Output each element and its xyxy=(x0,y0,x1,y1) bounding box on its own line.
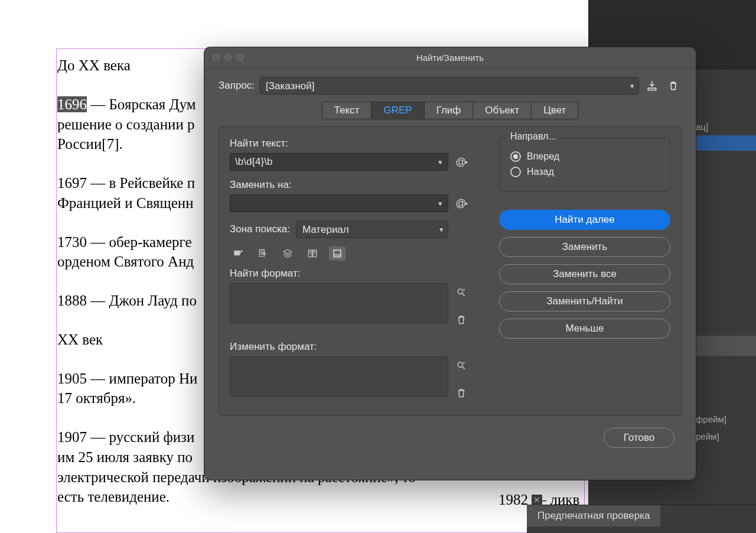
radio-label: Вперед xyxy=(527,151,559,162)
dialog-footer: Готово xyxy=(204,425,696,448)
query-select[interactable]: [Заказной] xyxy=(259,77,639,95)
delete-query-icon[interactable] xyxy=(665,77,682,94)
tab-glyph[interactable]: Глиф xyxy=(425,102,474,119)
find-special-char-menu[interactable]: @▸ xyxy=(454,154,470,170)
find-label: Найти текст: xyxy=(230,138,485,150)
svg-point-2 xyxy=(458,362,462,367)
change-all-button[interactable]: Заменить все xyxy=(499,264,670,284)
clear-find-format-icon[interactable] xyxy=(453,311,470,328)
direction-group: Направл... Вперед Назад xyxy=(499,138,670,192)
right-column: Направл... Вперед Назад Найти далее Заме… xyxy=(499,138,670,401)
sidebar-item[interactable]: рейм] xyxy=(691,428,756,445)
direction-legend: Направл... xyxy=(507,131,560,142)
direction-backward-radio[interactable]: Назад xyxy=(510,167,659,177)
locked-layers-toggle-icon[interactable] xyxy=(230,246,246,261)
clear-change-format-icon[interactable] xyxy=(453,385,470,401)
sidebar-item[interactable]: фрейм] xyxy=(691,411,756,428)
change-button[interactable]: Заменить xyxy=(499,237,670,257)
search-mode-tabs: Текст GREP Глиф Объект Цвет xyxy=(204,100,696,126)
save-query-icon[interactable] xyxy=(644,77,660,94)
close-icon[interactable]: ✕ xyxy=(532,495,542,505)
locked-stories-toggle-icon[interactable] xyxy=(255,246,271,261)
specify-change-format-icon[interactable] xyxy=(453,358,470,374)
tab-object[interactable]: Объект xyxy=(473,102,532,119)
grep-match-highlight: 1696 xyxy=(57,96,87,112)
footnotes-toggle-icon[interactable] xyxy=(329,246,346,261)
preflight-tab[interactable]: Предпечатная проверка xyxy=(527,505,660,526)
tab-grep[interactable]: GREP xyxy=(372,102,424,119)
find-input[interactable] xyxy=(230,153,448,171)
minimize-window-button[interactable] xyxy=(224,54,232,61)
zoom-window-button[interactable] xyxy=(236,54,243,61)
preflight-panel: ✕ Предпечатная проверка xyxy=(527,505,756,533)
master-pages-toggle-icon[interactable] xyxy=(304,246,321,261)
tab-text[interactable]: Текст xyxy=(322,102,372,119)
scope-select[interactable]: Материал xyxy=(296,220,448,238)
query-select-wrap: [Заказной] ▾ xyxy=(259,77,639,95)
change-format-label: Изменить формат: xyxy=(230,341,485,353)
find-format-box[interactable] xyxy=(230,283,448,323)
direction-forward-radio[interactable]: Вперед xyxy=(510,151,659,162)
dialog-titlebar: Найти/Заменить xyxy=(204,47,696,69)
right-panel-list: ац] фрейм] рейм] xyxy=(691,118,756,532)
done-button[interactable]: Готово xyxy=(604,428,674,448)
find-replace-panel: Найти текст: ▾ @▸ Заменить на: ▾ @▸ Зона… xyxy=(219,126,682,416)
radio-icon xyxy=(510,167,521,177)
specify-find-format-icon[interactable] xyxy=(453,284,470,301)
sidebar-item-selected[interactable] xyxy=(691,135,756,151)
find-next-button[interactable]: Найти далее xyxy=(499,210,670,230)
query-label: Запрос: xyxy=(219,80,255,92)
change-find-button[interactable]: Заменить/Найти xyxy=(499,291,670,311)
fewer-options-button[interactable]: Меньше xyxy=(499,318,670,339)
query-row: Запрос: [Заказной] ▾ xyxy=(204,69,696,100)
replace-label: Заменить на: xyxy=(230,179,485,191)
replace-input[interactable] xyxy=(230,194,448,212)
sidebar-item[interactable]: ац] xyxy=(691,118,756,135)
find-replace-dialog: Найти/Заменить Запрос: [Заказной] ▾ Текс… xyxy=(204,47,696,480)
replace-special-char-menu[interactable]: @▸ xyxy=(454,196,470,211)
find-format-label: Найти формат: xyxy=(230,268,485,280)
right-panel-tab[interactable] xyxy=(692,336,756,356)
hidden-layers-toggle-icon[interactable] xyxy=(279,246,296,261)
svg-point-1 xyxy=(458,289,462,294)
svg-rect-0 xyxy=(334,250,341,257)
left-column: Найти текст: ▾ @▸ Заменить на: ▾ @▸ Зона… xyxy=(230,138,485,401)
tab-color[interactable]: Цвет xyxy=(532,102,578,119)
change-format-box[interactable] xyxy=(230,356,448,396)
search-option-toggles xyxy=(230,246,485,261)
radio-label: Назад xyxy=(527,167,554,177)
window-controls xyxy=(213,54,243,61)
scope-label: Зона поиска: xyxy=(230,223,290,235)
dialog-title: Найти/Заменить xyxy=(416,53,484,63)
radio-icon xyxy=(510,151,521,162)
close-window-button[interactable] xyxy=(213,54,220,61)
